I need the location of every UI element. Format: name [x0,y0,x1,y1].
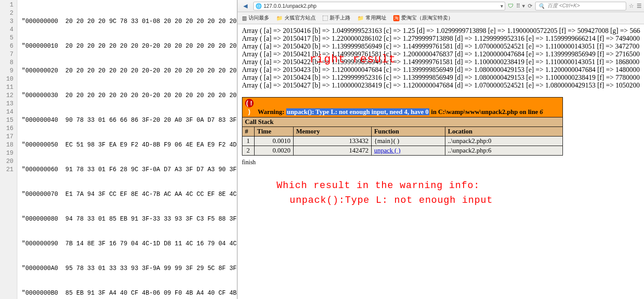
callstack-row: 2 0.0020 142472 unpack ( ) ..\unpack2.ph… [242,146,562,156]
warning-prefix: Warning: [258,108,286,115]
line-number: 14 [0,108,13,116]
hex-line: "000000000 20 20 20 20 9C 78 33 01-08 20… [22,17,237,26]
cell-time: 0.0010 [254,136,293,146]
hex-line: "000000070 E1 7A 94 3F CC EF 8E 4C-7B AC… [22,190,237,198]
warning-online-text: on line [518,108,539,115]
callstack-row: 1 0.0010 133432 {main}( ) ..\unpack2.php… [242,136,562,146]
hex-line: "000000050 EC 51 98 3F EA E9 F2 4D-8B F9… [22,141,237,149]
cell-num: 2 [242,146,254,156]
bookmark-label: 访问最多 [248,14,269,22]
line-number: 13 [0,100,13,108]
bookmarks-bar: ▥ 访问最多 📁 火狐官方站点 新手上路 📁 常用网址 淘 爱淘宝（原淘宝特卖） [238,12,644,24]
chevron-down-icon[interactable]: ▾ [522,3,525,9]
url-input[interactable]: 🌐 127.0.0.1/unpack2.php ▾ [253,2,505,10]
bookmark-star-icon[interactable]: ☆ [629,3,634,9]
line-number: 12 [0,91,13,100]
annotation-text: Which result in the warning info: [277,179,493,193]
bookmark-most-visited[interactable]: ▥ 访问最多 [242,14,269,22]
search-placeholder: 百度 <Ctrl+K> [547,2,580,10]
col-function: Function [371,127,445,136]
hex-line: "0000000B0 85 EB 91 3F A4 40 CF 4B-06 09… [22,289,237,297]
toolbar-right: 🛡 ⠿ ▾ ⟳ [508,3,533,9]
callstack-columns: # Time Memory Function Location [242,127,562,136]
xdebug-warning-box: ( ! ) Warning: unpack(): Type L: not eno… [242,97,563,156]
bookmark-label: 常用网址 [366,14,386,22]
cell-memory: 133432 [293,136,371,146]
array-output-line: Array ( [a] => 20150427 [b] => 1.1000000… [242,81,640,89]
bookmark-aitaobao[interactable]: 淘 爱淘宝（原淘宝特卖） [393,14,453,22]
folder-icon: 📁 [357,15,364,21]
hex-line: "000000060 91 78 33 01 F6 28 9C 3F-0A D7… [22,166,237,174]
line-number: 19 [0,149,13,157]
hex-line: "000000020 20 20 20 20 20 20 20 20-20 20… [22,67,237,75]
annotation-text: unpack():Type L: not enough input [277,193,493,208]
bookmark-firefox-site[interactable]: 📁 火狐官方站点 [276,14,316,22]
unpack-link[interactable]: unpack ( ) [374,147,401,154]
hex-line: "000000090 7B 14 8E 3F 16 79 04 4C-1D D8… [22,240,237,248]
back-button[interactable]: ◀ [240,2,251,10]
array-output-line: Array ( [a] => 20150421 [b] => 1.1499999… [242,50,640,58]
line-number: 1 [0,1,13,9]
col-time: Time [254,127,293,136]
hex-line: "000000010 20 20 20 20 20 20 20 20-20 20… [22,42,237,50]
menu-icon[interactable]: ☰ [637,3,642,9]
dotted-box-icon [323,16,328,21]
annotation-warning-explain: Which result in the warning info: unpack… [277,179,493,208]
array-output-line: Array ( [a] => 20150417 [b] => 1.2200000… [242,35,640,42]
bookmark-label: 新手上路 [330,14,350,22]
cell-memory: 142472 [293,146,371,156]
search-input[interactable]: 🔍 百度 <Ctrl+K> [535,2,626,10]
chevron-down-icon[interactable]: ▾ [500,3,503,9]
cell-time: 0.0020 [254,146,293,156]
line-number: 17 [0,133,13,141]
hex-line: "000000040 90 78 33 01 66 66 86 3F-20 20… [22,116,237,124]
line-number-gutter: 1 2 3 4 5 6 7 8 9 10 11 12 13 14 15 16 1… [0,0,17,299]
page-icon: ▥ [242,15,247,21]
warning-message-selected: unpack(): Type L: not enough input, need… [286,108,430,115]
hex-area: 1 2 3 4 5 6 7 8 9 10 11 12 13 14 15 16 1… [0,0,237,299]
callstack-label: Call Stack [242,117,562,127]
line-number: 18 [0,141,13,149]
hex-line: "000000030 20 20 20 20 20 20 20 20-20 20… [22,91,237,100]
hex-line: "000000080 94 78 33 01 85 EB 91 3F-33 33… [22,215,237,223]
line-number: 9 [0,67,13,75]
line-number: 8 [0,58,13,67]
bookmark-getting-started[interactable]: 新手上路 [323,14,350,22]
apps-grid-icon[interactable]: ⠿ [516,3,520,9]
hex-editor-pane: 1 2 3 4 5 6 7 8 9 10 11 12 13 14 15 16 1… [0,0,237,299]
warning-line-number: 6 [539,108,543,115]
line-number: 5 [0,34,13,42]
cell-function: {main}( ) [371,136,445,146]
line-number: 3 [0,17,13,26]
browser-pane: ◀ 🌐 127.0.0.1/unpack2.php ▾ 🛡 ⠿ ▾ ⟳ 🔍 百度… [237,0,644,299]
shield-icon[interactable]: 🛡 [508,3,513,9]
line-number: 15 [0,116,13,124]
folder-icon: 📁 [276,15,283,21]
line-number: 2 [0,9,13,17]
hex-line: "0000000A0 95 78 33 01 33 33 93 3F-9A 99… [22,264,237,273]
array-output-line: Array ( [a] => 20150424 [b] => 1.1299999… [242,74,640,81]
line-number: 10 [0,75,13,83]
url-bar-row: ◀ 🌐 127.0.0.1/unpack2.php ▾ 🛡 ⠿ ▾ ⟳ 🔍 百度… [238,0,644,12]
taobao-icon: 淘 [393,15,399,21]
line-number: 4 [0,26,13,34]
cell-location: ..\unpack2.php:6 [445,146,562,156]
warning-file: C:\wamp\www\unpack2.php [438,108,518,115]
bookmark-label: 爱淘宝（原淘宝特卖） [401,14,453,22]
col-num: # [242,127,254,136]
array-output-line: Array ( [a] => 20150416 [b] => 1.0499999… [242,27,640,35]
search-icon: 🔍 [538,3,545,9]
array-output-line: Array ( [a] => 20150422 [b] => 1.1399999… [242,58,640,66]
bookmark-label: 火狐官方站点 [284,14,316,22]
bookmark-common-sites[interactable]: 📁 常用网址 [357,14,386,22]
array-output-line: Array ( [a] => 20150420 [b] => 1.1399999… [242,42,640,50]
line-number: 6 [0,42,13,50]
hex-content[interactable]: "000000000 20 20 20 20 9C 78 33 01-08 20… [17,0,237,299]
warning-in-text: in [429,108,438,115]
col-location: Location [445,127,562,136]
line-number: 7 [0,50,13,58]
reload-icon[interactable]: ⟳ [528,3,533,9]
warning-header-row: ( ! ) Warning: unpack(): Type L: not eno… [242,98,562,117]
warning-icon: ( ! ) [245,99,254,107]
arrow-left-icon: ◀ [243,3,248,9]
